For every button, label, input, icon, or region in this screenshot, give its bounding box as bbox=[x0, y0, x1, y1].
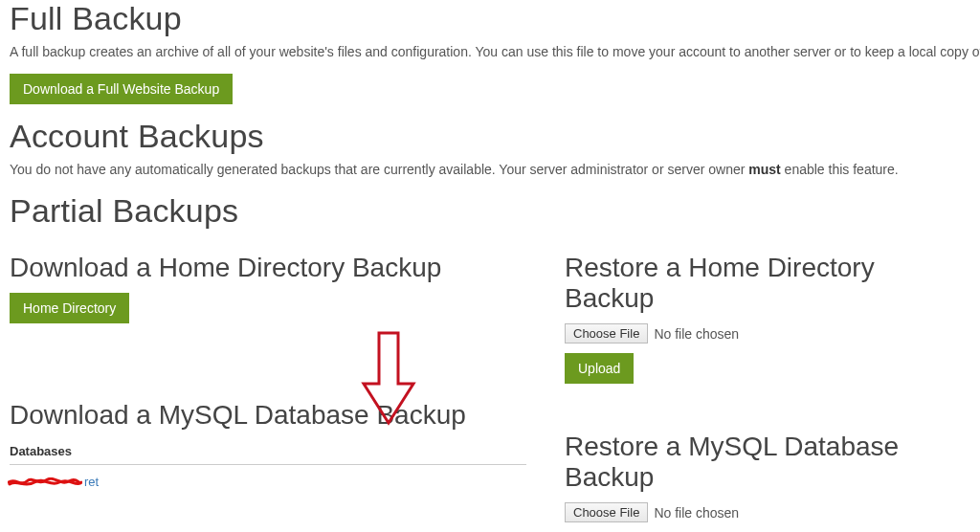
download-db-title: Download a MySQL Database Backup bbox=[10, 400, 526, 431]
restore-db-choose-file-button[interactable]: Choose File bbox=[565, 502, 648, 522]
restore-home-no-file: No file chosen bbox=[654, 326, 739, 342]
account-backups-desc: You do not have any automatically genera… bbox=[10, 161, 970, 180]
home-directory-button[interactable]: Home Directory bbox=[10, 293, 129, 323]
restore-home-title: Restore a Home Directory Backup bbox=[565, 253, 967, 314]
download-home-title: Download a Home Directory Backup bbox=[10, 253, 526, 283]
partial-backups-title: Partial Backups bbox=[10, 192, 970, 230]
account-backups-desc-post: enable this feature. bbox=[781, 162, 899, 177]
restore-home-choose-file-button[interactable]: Choose File bbox=[565, 323, 648, 344]
databases-label: Databases bbox=[10, 444, 526, 458]
account-backups-title: Account Backups bbox=[10, 118, 970, 155]
full-backup-title: Full Backup bbox=[10, 0, 970, 37]
account-backups-desc-strong: must bbox=[748, 162, 780, 177]
restore-db-title: Restore a MySQL Database Backup bbox=[565, 432, 967, 493]
database-link[interactable]: xxxxxxxxxxxxret bbox=[10, 475, 99, 489]
database-link-suffix: ret bbox=[84, 475, 99, 489]
download-full-backup-button[interactable]: Download a Full Website Backup bbox=[10, 74, 233, 104]
account-backups-desc-pre: You do not have any automatically genera… bbox=[10, 162, 748, 177]
redaction-scribble bbox=[8, 477, 82, 487]
full-backup-desc: A full backup creates an archive of all … bbox=[10, 43, 970, 62]
db-divider bbox=[10, 464, 526, 465]
restore-home-upload-button[interactable]: Upload bbox=[565, 353, 634, 384]
restore-db-no-file: No file chosen bbox=[654, 505, 739, 521]
